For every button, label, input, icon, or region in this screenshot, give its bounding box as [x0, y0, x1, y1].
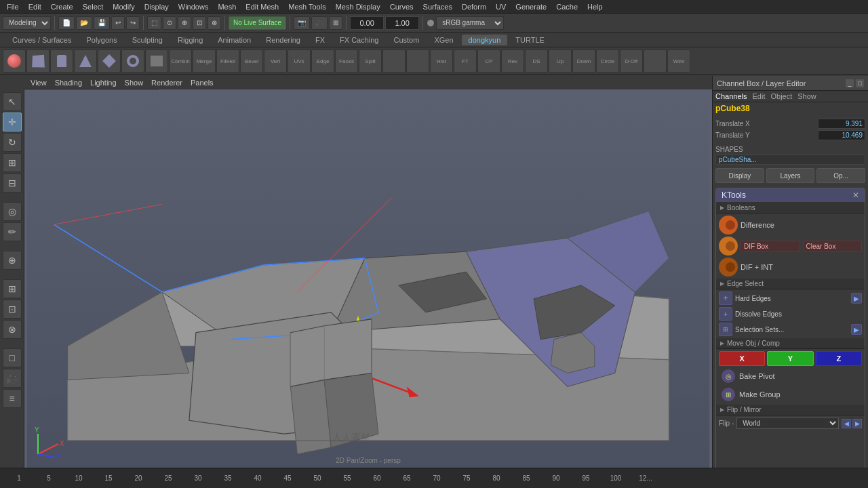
difference-btn[interactable]: Difference — [719, 216, 862, 235]
shelf-tab-curves[interactable]: Curves / Surfaces — [5, 35, 78, 45]
menu-mesh-display[interactable]: Mesh Display — [332, 2, 384, 12]
vp-menu-view[interactable]: View — [27, 79, 50, 87]
flip-prev-btn[interactable]: ◀ — [842, 419, 851, 428]
menu-generate[interactable]: Generate — [511, 2, 551, 12]
menu-file[interactable]: File — [3, 2, 23, 12]
shelf-tab-fxcaching[interactable]: FX Caching — [333, 35, 385, 45]
no-live-surface[interactable]: No Live Surface — [229, 16, 286, 30]
viewport-3d[interactable]: 人人素材 X Y Z 2D Pan/Zoom - persp — [24, 89, 712, 468]
menu-curves[interactable]: Curves — [386, 2, 418, 12]
menu-display[interactable]: Display — [140, 2, 173, 12]
dissolve-edges-label[interactable]: Dissolve Edges — [735, 310, 782, 318]
transform-tool[interactable]: ⊟ — [3, 174, 22, 192]
color-space-select[interactable]: sRGB gamma — [436, 16, 504, 30]
shelf-tab-dongkyun[interactable]: dongkyun — [462, 35, 508, 45]
shelf-icon-doff[interactable]: D·Off — [620, 49, 643, 73]
options-btn[interactable]: Op... — [816, 168, 865, 183]
channel-tx-value[interactable] — [818, 119, 865, 129]
snap-btn[interactable]: ⊡ — [193, 16, 206, 30]
menu-mesh-tools[interactable]: Mesh Tools — [284, 2, 330, 12]
cam-btn[interactable]: 📷 — [294, 16, 310, 30]
shelf-icon-bevel[interactable]: Bevel — [240, 49, 263, 73]
shelf-icon-prism[interactable] — [145, 49, 168, 73]
shelf-icon-pyramid[interactable] — [74, 49, 97, 73]
color-picker-btn[interactable] — [427, 19, 435, 27]
hard-edges-label[interactable]: Hard Edges — [735, 295, 771, 302]
flip-next-btn[interactable]: ▶ — [852, 419, 862, 428]
value2-input[interactable] — [385, 16, 419, 30]
mode-select[interactable]: Modeling — [3, 16, 51, 30]
shelf-icon-ds[interactable]: DS — [525, 49, 548, 73]
z-btn[interactable]: Z — [816, 351, 862, 366]
shapes-name[interactable]: pCubeSha... — [715, 155, 865, 165]
shelf-icon-ft[interactable]: FT — [454, 49, 477, 73]
new-scene-btn[interactable]: 📄 — [58, 16, 75, 30]
render-preview[interactable]: □ — [3, 348, 22, 367]
shelf-tab-animation[interactable]: Animation — [211, 35, 258, 45]
vp-menu-renderer[interactable]: Renderer — [148, 79, 186, 87]
menu-modify[interactable]: Modify — [108, 2, 138, 12]
menu-edit-mesh[interactable]: Edit Mesh — [241, 2, 283, 12]
show-manip[interactable]: ⊕ — [3, 251, 22, 270]
cb-tab-edit[interactable]: Edit — [752, 92, 765, 100]
camera-tools[interactable]: 🎥 — [3, 369, 22, 388]
soft-select-tool[interactable]: ◎ — [3, 202, 22, 221]
shelf-icon-merge[interactable]: Merge — [193, 49, 216, 73]
shelf-tab-rendering[interactable]: Rendering — [259, 35, 307, 45]
menu-create[interactable]: Create — [47, 2, 77, 12]
clear-box-btn[interactable]: Clear Box — [803, 241, 863, 252]
menu-surfaces[interactable]: Surfaces — [419, 2, 456, 12]
shelf-icon-torus[interactable] — [121, 49, 144, 73]
shelf-icon-hist[interactable]: Hist — [430, 49, 453, 73]
dif-box-btn[interactable]: DIF Box — [741, 241, 800, 252]
redo-btn[interactable]: ↪ — [126, 16, 140, 30]
snap-grid[interactable]: ⊞ — [3, 279, 22, 298]
viewport[interactable]: 人人素材 X Y Z 2D Pan/Zoom - persp — [24, 89, 712, 468]
menu-mesh[interactable]: Mesh — [214, 2, 240, 12]
menu-edit[interactable]: Edit — [24, 2, 45, 12]
menu-help[interactable]: Help — [583, 2, 607, 12]
menu-select[interactable]: Select — [79, 2, 108, 12]
ktools-close-btn[interactable]: ✕ — [852, 190, 859, 200]
list-tools[interactable]: ≡ — [3, 389, 22, 408]
sculpt-tool[interactable]: ✏ — [3, 222, 22, 241]
value1-input[interactable] — [350, 16, 384, 30]
lasso-btn[interactable]: ⊙ — [163, 16, 176, 30]
shelf-icon-edge[interactable]: Edge — [311, 49, 334, 73]
sel-sets-label[interactable]: Selection Sets... — [735, 326, 784, 333]
shelf-tab-fx[interactable]: FX — [309, 35, 332, 45]
shelf-tab-xgen[interactable]: XGen — [427, 35, 460, 45]
shelf-tab-rigging[interactable]: Rigging — [171, 35, 210, 45]
cb-tab-object[interactable]: Object — [770, 92, 792, 100]
shelf-icon-split[interactable]: Split — [359, 49, 382, 73]
menu-deform[interactable]: Deform — [458, 2, 490, 12]
menu-uv[interactable]: UV — [492, 2, 510, 12]
shelf-icon-rev[interactable]: Rev — [501, 49, 524, 73]
shelf-tab-polygons[interactable]: Polygons — [79, 35, 123, 45]
paint-sel-btn[interactable]: ⊕ — [178, 16, 191, 30]
vp-menu-show[interactable]: Show — [121, 79, 147, 87]
save-btn[interactable]: 💾 — [94, 16, 110, 30]
vp-menu-shading[interactable]: Shading — [52, 79, 85, 87]
open-btn[interactable]: 📂 — [76, 16, 92, 30]
hard-edges-expand[interactable]: ▶ — [851, 293, 862, 304]
select-btn[interactable]: ⬚ — [147, 16, 161, 30]
shelf-icon-faces[interactable]: Faces — [335, 49, 358, 73]
x-btn[interactable]: X — [719, 351, 765, 366]
shelf-icon-vert[interactable]: Vert — [264, 49, 287, 73]
shelf-icon-diamond[interactable] — [98, 49, 121, 73]
vp-menu-lighting[interactable]: Lighting — [87, 79, 120, 87]
cam3-btn[interactable]: ⊞ — [329, 16, 342, 30]
bake-pivot-btn[interactable]: ◎ Bake Pivot — [719, 368, 862, 384]
shelf-tab-sculpting[interactable]: Sculpting — [125, 35, 170, 45]
snap2-btn[interactable]: ⊗ — [208, 16, 221, 30]
layers-btn[interactable]: Layers — [766, 168, 815, 183]
shelf-icon-up[interactable]: Up — [549, 49, 572, 73]
rotate-tool[interactable]: ↻ — [3, 133, 22, 152]
shelf-icon-sphere[interactable] — [3, 49, 26, 73]
channel-ty-value[interactable] — [818, 130, 865, 140]
hard-edges-icon[interactable]: + — [719, 291, 732, 305]
display-btn[interactable]: Display — [715, 168, 764, 183]
flip-select[interactable]: World Object Local — [736, 418, 839, 429]
shelf-icon-circle[interactable]: Circle — [596, 49, 619, 73]
